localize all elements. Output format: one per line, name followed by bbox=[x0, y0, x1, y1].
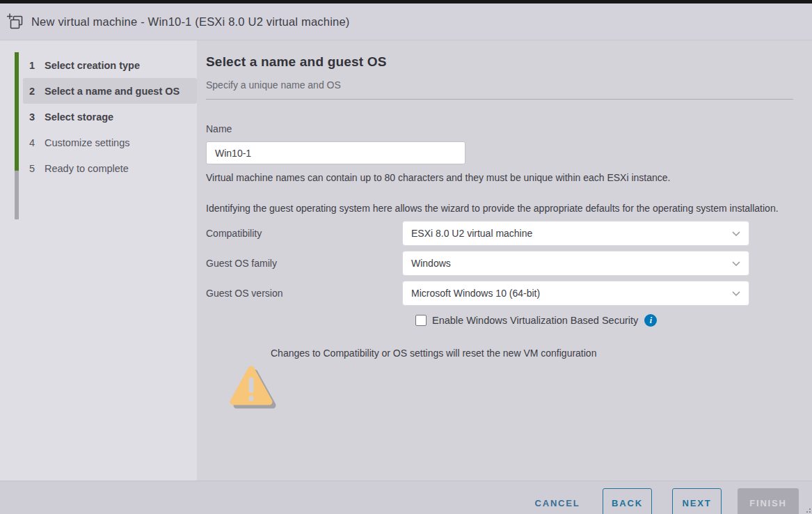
compatibility-label: Compatibility bbox=[206, 228, 402, 239]
finish-button: FINISH bbox=[738, 488, 799, 514]
guest-os-version-select[interactable]: Microsoft Windows 10 (64-bit) bbox=[402, 281, 749, 306]
page-subtitle: Specify a unique name and OS bbox=[206, 79, 793, 91]
guest-os-family-select[interactable]: Windows bbox=[402, 251, 749, 276]
chevron-down-icon bbox=[732, 231, 740, 236]
guest-os-version-label: Guest OS version bbox=[206, 288, 402, 299]
step-number: 2 bbox=[29, 86, 45, 97]
step-number: 4 bbox=[29, 137, 45, 148]
step-label: Select creation type bbox=[45, 60, 140, 71]
compatibility-select[interactable]: ESXi 8.0 U2 virtual machine bbox=[402, 221, 749, 246]
guest-os-description: Identifying the guest operating system h… bbox=[206, 201, 783, 216]
guest-os-family-label: Guest OS family bbox=[206, 258, 402, 269]
divider bbox=[206, 99, 793, 100]
guest-os-version-value: Microsoft Windows 10 (64-bit) bbox=[411, 288, 732, 299]
step-select-name-guest-os[interactable]: 2 Select a name and guest OS bbox=[23, 78, 197, 104]
vm-name-input[interactable] bbox=[206, 141, 465, 164]
name-help-text: Virtual machine names can contain up to … bbox=[206, 172, 793, 183]
step-select-creation-type[interactable]: 1 Select creation type bbox=[23, 52, 197, 78]
guest-os-family-row: Guest OS family Windows bbox=[206, 251, 793, 276]
compatibility-value: ESXi 8.0 U2 virtual machine bbox=[411, 228, 732, 239]
reset-warning-text: Changes to Compatibility or OS settings … bbox=[271, 348, 793, 359]
cancel-button[interactable]: CANCEL bbox=[526, 488, 589, 514]
vbs-checkbox[interactable] bbox=[415, 315, 427, 326]
new-vm-icon bbox=[6, 13, 24, 30]
wizard-footer: CANCEL BACK NEXT FINISH bbox=[0, 481, 812, 514]
guest-os-version-row: Guest OS version Microsoft Windows 10 (6… bbox=[206, 281, 793, 306]
step-number: 1 bbox=[29, 60, 45, 71]
vbs-checkbox-label: Enable Windows Virtualization Based Secu… bbox=[432, 315, 638, 326]
guest-os-family-value: Windows bbox=[411, 258, 732, 269]
wizard-steps-sidebar: 1 Select creation type 2 Select a name a… bbox=[0, 40, 197, 481]
step-number: 5 bbox=[29, 163, 45, 174]
step-ready-to-complete: 5 Ready to complete bbox=[23, 155, 197, 181]
chevron-down-icon bbox=[732, 291, 740, 296]
name-label: Name bbox=[206, 123, 793, 134]
page-title: Select a name and guest OS bbox=[206, 54, 793, 70]
step-customize-settings: 4 Customize settings bbox=[23, 130, 197, 155]
resize-grip[interactable] bbox=[805, 507, 811, 513]
step-label: Select storage bbox=[45, 111, 113, 123]
step-label: Ready to complete bbox=[45, 163, 129, 174]
step-label: Select a name and guest OS bbox=[45, 86, 180, 97]
vbs-checkbox-row: Enable Windows Virtualization Based Secu… bbox=[415, 314, 793, 327]
chevron-down-icon bbox=[732, 261, 740, 266]
wizard-main-panel: Select a name and guest OS Specify a uni… bbox=[197, 40, 812, 481]
next-button[interactable]: NEXT bbox=[672, 488, 722, 514]
step-progress-track bbox=[15, 52, 19, 219]
step-progress-fill bbox=[15, 52, 19, 171]
wizard-title: New virtual machine - Win10-1 (ESXi 8.0 … bbox=[31, 15, 349, 29]
info-icon[interactable]: i bbox=[644, 314, 657, 327]
step-number: 3 bbox=[29, 111, 45, 123]
warning-triangle-icon bbox=[230, 363, 278, 414]
wizard-header: New virtual machine - Win10-1 (ESXi 8.0 … bbox=[0, 3, 812, 40]
step-select-storage[interactable]: 3 Select storage bbox=[23, 104, 197, 130]
back-button[interactable]: BACK bbox=[603, 488, 652, 514]
compatibility-row: Compatibility ESXi 8.0 U2 virtual machin… bbox=[206, 221, 793, 246]
step-label: Customize settings bbox=[45, 137, 130, 148]
